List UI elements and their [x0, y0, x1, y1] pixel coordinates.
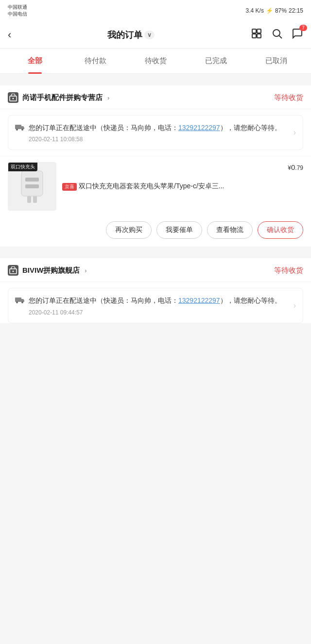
svg-rect-11	[21, 171, 43, 196]
delivery-nav-arrow-1: ›	[294, 128, 296, 137]
header-icons: 7	[251, 28, 303, 42]
header: ‹ 我的订单 ∨ 7	[0, 21, 311, 49]
charger-svg	[13, 166, 52, 207]
product-info-1: 京喜双口快充充电器套装充电头苹果/Type-c/安卓三...	[62, 182, 282, 191]
carrier-info: 中国联通 中国电信	[8, 4, 27, 17]
grid-icon[interactable]	[251, 28, 262, 42]
bluetooth-icon: ⚡	[266, 7, 273, 14]
delivery-notice-2[interactable]: 您的订单正在配送途中（快递员：马向帅，电话：13292122297），请您耐心等…	[8, 288, 303, 323]
product-row-1: 双口快充头 京喜双口快充充电器套装充电头苹果/Type-c/安卓三...	[0, 156, 311, 216]
svg-point-7	[13, 98, 14, 99]
time: 22:15	[289, 7, 303, 14]
svg-point-19	[16, 301, 18, 303]
action-buttons-1: 再次购买 我要催单 查看物流 确认收货	[0, 216, 311, 247]
title-dropdown[interactable]: ∨	[144, 31, 155, 39]
store-icon-1	[8, 92, 18, 103]
delivery-truck-icon-2	[15, 296, 25, 306]
store-name-1[interactable]: 尚诺手机配件拼购专营店 ›	[8, 92, 109, 103]
battery: 87%	[275, 7, 287, 14]
svg-rect-0	[252, 29, 256, 33]
svg-rect-8	[15, 125, 21, 129]
svg-rect-18	[15, 297, 21, 302]
store-name-2[interactable]: BIVIW拼购旗舰店 ›	[8, 265, 87, 276]
delivery-truck-icon-1	[15, 123, 25, 133]
tab-cancelled[interactable]: 已取消	[246, 49, 306, 74]
urge-button[interactable]: 我要催单	[156, 221, 202, 239]
order-status-2: 等待收货	[274, 266, 303, 275]
svg-rect-2	[252, 34, 256, 38]
store-arrow-1: ›	[107, 94, 109, 101]
speed: 3.4 K/s	[246, 7, 264, 14]
delivery-text-1: 您的订单正在配送途中（快递员：马向帅，电话：13292122297），请您耐心等…	[29, 122, 290, 133]
svg-rect-3	[257, 34, 261, 38]
store-name-text-2: BIVIW拼购旗舰店	[22, 266, 80, 275]
delivery-notice-1[interactable]: 您的订单正在配送途中（快递员：马向帅，电话：13292122297），请您耐心等…	[8, 115, 303, 150]
product-name-1: 京喜双口快充充电器套装充电头苹果/Type-c/安卓三...	[62, 182, 282, 191]
carrier2: 中国电信	[8, 11, 27, 17]
store-arrow-2: ›	[85, 267, 86, 274]
svg-point-9	[16, 129, 18, 131]
svg-point-17	[13, 271, 14, 272]
message-badge: 7	[299, 25, 307, 31]
tab-pending-payment[interactable]: 待付款	[65, 49, 125, 74]
store-name-text-1: 尚诺手机配件拼购专营店	[22, 93, 103, 102]
product-tag-1: 双口快充头	[8, 163, 37, 171]
delivery-phone-2[interactable]: 13292122297	[178, 297, 220, 304]
order-tabs: 全部 待付款 待收货 已完成 已取消	[0, 49, 311, 74]
store-icon-2	[8, 265, 18, 276]
order-card-1: 尚诺手机配件拼购专营店 › 等待收货 您的订单正在配送途中（快递员：马向帅，电话…	[0, 85, 311, 247]
delivery-text-wrap-1: 您的订单正在配送途中（快递员：马向帅，电话：13292122297），请您耐心等…	[29, 122, 290, 143]
product-image-1[interactable]: 双口快充头	[8, 162, 56, 211]
product-name-text-1: 双口快充充电器套装充电头苹果/Type-c/安卓三...	[79, 182, 224, 190]
svg-point-10	[21, 129, 23, 131]
page-title: 我的订单 ∨	[107, 29, 155, 41]
svg-point-20	[21, 301, 23, 303]
status-right: 3.4 K/s ⚡ 87% 22:15	[246, 7, 303, 14]
order-status-1: 等待收货	[274, 93, 303, 102]
order-card-2: BIVIW拼购旗舰店 › 等待收货 您的订单正在配送途中（快递员：马向帅，电话：…	[0, 258, 311, 323]
svg-rect-1	[257, 29, 261, 33]
svg-rect-15	[33, 196, 37, 203]
status-bar: 中国联通 中国电信 3.4 K/s ⚡ 87% 22:15	[0, 0, 311, 21]
order-header-2: BIVIW拼购旗舰店 › 等待收货	[0, 258, 311, 282]
svg-rect-12	[25, 178, 39, 182]
section-gap-2	[0, 247, 311, 252]
svg-rect-13	[25, 184, 39, 188]
svg-point-4	[273, 30, 280, 36]
delivery-time-2: 2020-02-11 09:44:57	[29, 309, 290, 316]
svg-rect-14	[27, 196, 31, 203]
title-text: 我的订单	[107, 29, 142, 41]
delivery-time-1: 2020-02-11 10:08:58	[29, 136, 290, 143]
section-gap-1	[0, 74, 311, 80]
product-price-1: ¥0.79	[288, 162, 303, 171]
search-icon[interactable]	[271, 28, 283, 42]
delivery-text-wrap-2: 您的订单正在配送途中（快递员：马向帅，电话：13292122297），请您耐心等…	[29, 295, 290, 315]
back-button[interactable]: ‹	[8, 29, 11, 41]
confirm-receipt-button[interactable]: 确认收货	[258, 221, 303, 239]
svg-line-5	[279, 35, 282, 38]
product-badge-1: 京喜	[62, 183, 77, 191]
rebuy-button[interactable]: 再次购买	[106, 221, 152, 239]
tab-all[interactable]: 全部	[5, 49, 65, 74]
message-icon[interactable]: 7	[292, 28, 303, 42]
logistics-button[interactable]: 查看物流	[207, 221, 253, 239]
delivery-text-2: 您的订单正在配送途中（快递员：马向帅，电话：13292122297），请您耐心等…	[29, 295, 290, 306]
order-header-1: 尚诺手机配件拼购专营店 › 等待收货	[0, 85, 311, 109]
tab-completed[interactable]: 已完成	[186, 49, 246, 74]
delivery-nav-arrow-2: ›	[294, 301, 296, 310]
carrier1: 中国联通	[8, 4, 27, 11]
tab-pending-delivery[interactable]: 待收货	[125, 49, 186, 74]
delivery-phone-1[interactable]: 13292122297	[178, 124, 220, 132]
